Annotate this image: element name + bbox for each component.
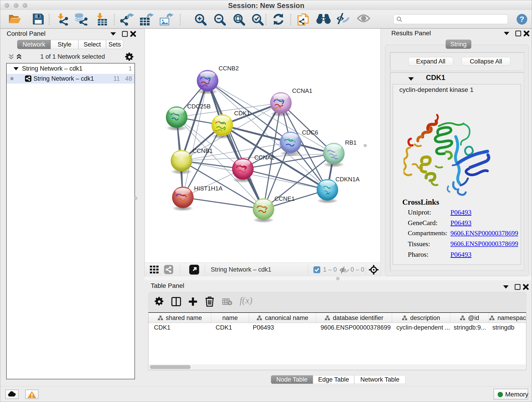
svg-text:CDKN1A: CDKN1A <box>336 176 360 183</box>
svg-text:CDC25B: CDC25B <box>187 103 211 110</box>
svg-text:CCNB2: CCNB2 <box>219 65 239 72</box>
svg-text:CCNE1: CCNE1 <box>274 195 295 202</box>
svg-text:CDK1: CDK1 <box>234 110 250 117</box>
svg-text:HIST1H1A: HIST1H1A <box>194 185 223 192</box>
svg-text:RB1: RB1 <box>345 139 357 146</box>
svg-text:CCNA1: CCNA1 <box>292 87 312 94</box>
svg-text:CDC6: CDC6 <box>302 129 318 136</box>
svg-text:CCNB1: CCNB1 <box>192 147 213 154</box>
svg-text:CCNA2: CCNA2 <box>254 154 274 161</box>
